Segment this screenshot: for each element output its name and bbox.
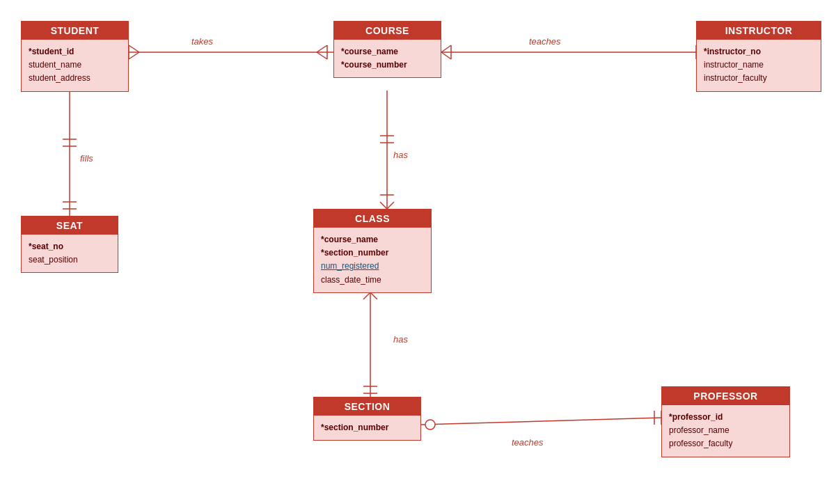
- instructor-body: *instructor_no instructor_name instructo…: [697, 40, 821, 91]
- course-header: COURSE: [334, 22, 441, 40]
- instructor-entity: INSTRUCTOR *instructor_no instructor_nam…: [696, 21, 821, 92]
- section-entity: SECTION *section_number: [313, 397, 421, 441]
- course-body: *course_name *course_number: [334, 40, 441, 77]
- student-entity: STUDENT *student_id student_name student…: [21, 21, 129, 92]
- class-field-0: *course_name: [321, 233, 424, 246]
- professor-field-0: *professor_id: [669, 411, 782, 424]
- seat-body: *seat_no seat_position: [22, 235, 118, 272]
- student-field-1: student_name: [29, 58, 121, 72]
- svg-line-5: [317, 45, 327, 52]
- seat-field-1: seat_position: [29, 253, 111, 267]
- svg-line-9: [441, 52, 451, 59]
- svg-line-6: [317, 52, 327, 59]
- student-field-2: student_address: [29, 72, 121, 85]
- teaches-professor-label: teaches: [512, 437, 544, 448]
- has-class-label: has: [393, 150, 408, 160]
- course-entity: COURSE *course_name *course_number: [333, 21, 441, 78]
- svg-line-25: [363, 292, 370, 299]
- fills-label: fills: [80, 153, 93, 164]
- svg-point-30: [425, 420, 435, 430]
- professor-field-2: professor_faculty: [669, 437, 782, 450]
- student-body: *student_id student_name student_address: [22, 40, 128, 91]
- seat-header: SEAT: [22, 216, 118, 235]
- class-header: CLASS: [314, 210, 431, 228]
- professor-body: *professor_id professor_name professor_f…: [662, 405, 789, 457]
- class-entity: CLASS *course_name *section_number num_r…: [313, 209, 432, 293]
- instructor-header: INSTRUCTOR: [697, 22, 821, 40]
- class-field-2: num_registered: [321, 260, 424, 273]
- instructor-field-1: instructor_name: [704, 58, 814, 72]
- section-field-0: *section_number: [321, 421, 413, 434]
- teaches-instructor-label: teaches: [529, 36, 561, 47]
- svg-line-8: [441, 45, 451, 52]
- instructor-field-0: *instructor_no: [704, 45, 814, 58]
- seat-entity: SEAT *seat_no seat_position: [21, 216, 118, 273]
- section-body: *section_number: [314, 416, 420, 440]
- student-header: STUDENT: [22, 22, 128, 40]
- instructor-field-2: instructor_faculty: [704, 72, 814, 85]
- svg-line-26: [370, 292, 377, 299]
- svg-line-29: [421, 418, 661, 425]
- student-field-0: *student_id: [29, 45, 121, 58]
- diagram-container: takes teaches fills has has teaches STUD…: [0, 0, 836, 504]
- svg-line-21: [380, 202, 387, 209]
- has-section-label: has: [393, 334, 408, 345]
- seat-field-0: *seat_no: [29, 240, 111, 253]
- class-body: *course_name *section_number num_registe…: [314, 228, 431, 292]
- svg-line-1: [129, 45, 139, 52]
- svg-line-2: [129, 52, 139, 59]
- class-field-1: *section_number: [321, 246, 424, 260]
- professor-field-1: professor_name: [669, 424, 782, 437]
- section-header: SECTION: [314, 397, 420, 416]
- course-field-0: *course_name: [341, 45, 434, 58]
- class-field-3: class_date_time: [321, 274, 424, 287]
- takes-label: takes: [191, 36, 213, 47]
- professor-entity: PROFESSOR *professor_id professor_name p…: [661, 386, 790, 457]
- professor-header: PROFESSOR: [662, 387, 789, 405]
- svg-line-22: [387, 202, 394, 209]
- course-field-1: *course_number: [341, 58, 434, 72]
